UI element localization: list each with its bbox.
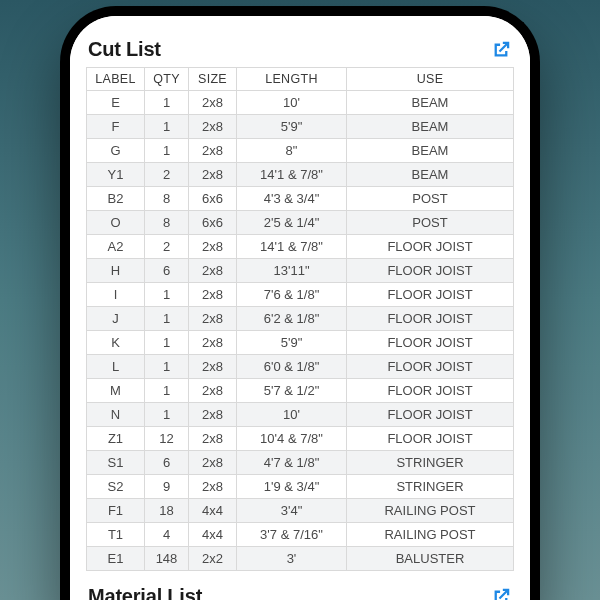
cell-length: 3'7 & 7/16" — [237, 523, 347, 547]
cell-label: S2 — [87, 475, 145, 499]
cell-length: 4'7 & 1/8" — [237, 451, 347, 475]
table-row: I12x87'6 & 1/8"FLOOR JOIST — [87, 283, 514, 307]
cell-size: 2x2 — [189, 547, 237, 571]
cell-qty: 1 — [145, 403, 189, 427]
cell-use: FLOOR JOIST — [347, 379, 514, 403]
app-screen: Cut List LABEL QTY SIZE LENGTH USE E12x8… — [70, 16, 530, 600]
cell-size: 2x8 — [189, 235, 237, 259]
cell-size: 2x8 — [189, 427, 237, 451]
phone-frame: Cut List LABEL QTY SIZE LENGTH USE E12x8… — [60, 6, 540, 600]
cell-qty: 1 — [145, 355, 189, 379]
table-row: H62x813'11"FLOOR JOIST — [87, 259, 514, 283]
table-row: F1184x43'4"RAILING POST — [87, 499, 514, 523]
cell-use: FLOOR JOIST — [347, 259, 514, 283]
cell-label: H — [87, 259, 145, 283]
share-icon[interactable] — [490, 586, 512, 601]
material-list-title: Material List — [88, 585, 202, 600]
table-header-row: LABEL QTY SIZE LENGTH USE — [87, 68, 514, 91]
cell-size: 2x8 — [189, 451, 237, 475]
cell-use: FLOOR JOIST — [347, 235, 514, 259]
cell-length: 13'11" — [237, 259, 347, 283]
cell-use: STRINGER — [347, 451, 514, 475]
table-row: S292x81'9 & 3/4"STRINGER — [87, 475, 514, 499]
cell-label: G — [87, 139, 145, 163]
cell-size: 2x8 — [189, 331, 237, 355]
cell-size: 4x4 — [189, 499, 237, 523]
cell-qty: 2 — [145, 235, 189, 259]
cell-label: N — [87, 403, 145, 427]
cell-label: I — [87, 283, 145, 307]
col-header-use: USE — [347, 68, 514, 91]
col-header-length: LENGTH — [237, 68, 347, 91]
cell-size: 2x8 — [189, 403, 237, 427]
table-row: F12x85'9"BEAM — [87, 115, 514, 139]
cell-use: BEAM — [347, 91, 514, 115]
cell-label: B2 — [87, 187, 145, 211]
cell-label: S1 — [87, 451, 145, 475]
table-row: E12x810'BEAM — [87, 91, 514, 115]
cell-length: 8" — [237, 139, 347, 163]
table-row: Y122x814'1 & 7/8"BEAM — [87, 163, 514, 187]
cell-size: 2x8 — [189, 475, 237, 499]
cell-size: 2x8 — [189, 379, 237, 403]
cell-qty: 1 — [145, 139, 189, 163]
table-row: G12x88"BEAM — [87, 139, 514, 163]
col-header-qty: QTY — [145, 68, 189, 91]
cut-list-title: Cut List — [88, 38, 161, 61]
cell-label: O — [87, 211, 145, 235]
table-row: B286x64'3 & 3/4"POST — [87, 187, 514, 211]
table-row: J12x86'2 & 1/8"FLOOR JOIST — [87, 307, 514, 331]
table-row: M12x85'7 & 1/2"FLOOR JOIST — [87, 379, 514, 403]
cell-size: 6x6 — [189, 187, 237, 211]
cell-qty: 1 — [145, 91, 189, 115]
cell-size: 4x4 — [189, 523, 237, 547]
cell-qty: 148 — [145, 547, 189, 571]
cell-length: 5'9" — [237, 331, 347, 355]
cell-use: BEAM — [347, 139, 514, 163]
cell-qty: 1 — [145, 115, 189, 139]
cell-qty: 6 — [145, 259, 189, 283]
cell-label: E1 — [87, 547, 145, 571]
cell-qty: 8 — [145, 187, 189, 211]
cell-label: L — [87, 355, 145, 379]
cell-label: K — [87, 331, 145, 355]
cell-qty: 1 — [145, 331, 189, 355]
table-row: O86x62'5 & 1/4"POST — [87, 211, 514, 235]
cell-size: 2x8 — [189, 115, 237, 139]
cell-length: 2'5 & 1/4" — [237, 211, 347, 235]
cell-label: J — [87, 307, 145, 331]
cell-size: 2x8 — [189, 163, 237, 187]
cell-use: FLOOR JOIST — [347, 283, 514, 307]
cell-size: 2x8 — [189, 139, 237, 163]
cell-qty: 18 — [145, 499, 189, 523]
cell-length: 7'6 & 1/8" — [237, 283, 347, 307]
cell-label: A2 — [87, 235, 145, 259]
cell-qty: 8 — [145, 211, 189, 235]
cell-use: FLOOR JOIST — [347, 355, 514, 379]
cell-length: 1'9 & 3/4" — [237, 475, 347, 499]
cell-use: FLOOR JOIST — [347, 331, 514, 355]
material-list-header: Material List — [86, 581, 514, 600]
cell-use: FLOOR JOIST — [347, 403, 514, 427]
cell-qty: 6 — [145, 451, 189, 475]
cell-qty: 1 — [145, 379, 189, 403]
table-row: S162x84'7 & 1/8"STRINGER — [87, 451, 514, 475]
cell-qty: 9 — [145, 475, 189, 499]
cell-length: 5'7 & 1/2" — [237, 379, 347, 403]
cell-qty: 12 — [145, 427, 189, 451]
cell-length: 10' — [237, 403, 347, 427]
cell-label: Y1 — [87, 163, 145, 187]
cut-list-table: LABEL QTY SIZE LENGTH USE E12x810'BEAMF1… — [86, 67, 514, 571]
table-row: K12x85'9"FLOOR JOIST — [87, 331, 514, 355]
cell-use: FLOOR JOIST — [347, 307, 514, 331]
cell-label: Z1 — [87, 427, 145, 451]
cell-use: FLOOR JOIST — [347, 427, 514, 451]
cell-size: 2x8 — [189, 355, 237, 379]
cell-length: 6'0 & 1/8" — [237, 355, 347, 379]
share-icon[interactable] — [490, 39, 512, 61]
table-row: L12x86'0 & 1/8"FLOOR JOIST — [87, 355, 514, 379]
table-row: Z1122x810'4 & 7/8"FLOOR JOIST — [87, 427, 514, 451]
cell-use: BALUSTER — [347, 547, 514, 571]
cell-qty: 1 — [145, 307, 189, 331]
cell-length: 3'4" — [237, 499, 347, 523]
